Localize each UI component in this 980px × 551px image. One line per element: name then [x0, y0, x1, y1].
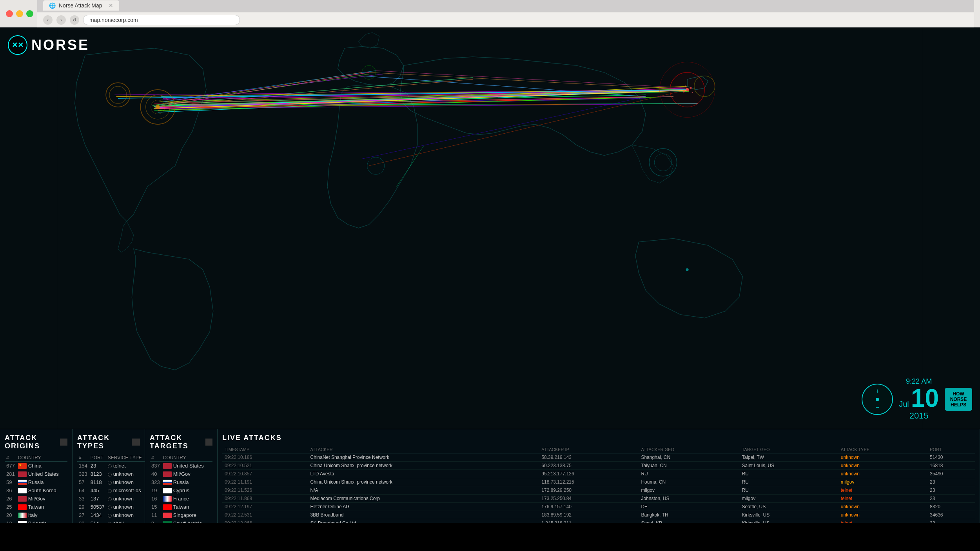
live-attacker: China Unicom Shanxi province network [308, 478, 539, 486]
live-attacker-geo: Taiyuan, CN [639, 462, 739, 470]
map-area[interactable]: ✕✕ NORSE [0, 27, 980, 429]
targets-col-country: COUNTRY [162, 454, 212, 462]
live-attacker-geo: Johnston, US [639, 495, 739, 503]
types-row[interactable]: 29 50537 unknown [77, 503, 145, 511]
svg-point-75 [686, 268, 689, 271]
types-icon [132, 439, 140, 446]
types-service: telnet [106, 462, 145, 470]
forward-button[interactable]: › [56, 15, 66, 25]
flag-icon [18, 521, 27, 523]
types-port: 137 [89, 495, 106, 503]
live-col-port: PORT [927, 446, 975, 453]
types-col-rank: # [77, 454, 89, 462]
live-attack-type: unknown [838, 470, 927, 478]
date-widget: 9:22 AM Jul 10 2015 [899, 377, 939, 421]
back-button[interactable]: ‹ [43, 15, 53, 25]
targets-rank: 40 [150, 470, 162, 478]
flag-icon [18, 463, 27, 469]
live-timestamp: 09:22:11.191 [222, 478, 308, 486]
origins-rank: 59 [5, 478, 16, 486]
origins-row[interactable]: 26 Mil/Gov [5, 495, 67, 503]
types-rank: 33 [77, 495, 89, 503]
origins-row[interactable]: 20 Italy [5, 511, 67, 519]
url-bar[interactable]: map.norsecorp.com [83, 15, 240, 25]
targets-row[interactable]: 323 Russia [150, 478, 212, 486]
types-row[interactable]: 22 514 shell [77, 519, 145, 523]
targets-row[interactable]: 19 Cyprus [150, 486, 212, 495]
live-attacks-row[interactable]: 09:22:11.526 N/A 172.89.29.250 milgov RU… [222, 486, 975, 495]
live-attack-type: unknown [838, 453, 927, 462]
live-attacks-row[interactable]: 09:22:12.866 SK Broadband Co Ltd 1.245.2… [222, 519, 975, 523]
types-row[interactable]: 323 8123 unknown [77, 470, 145, 478]
flag-icon [163, 513, 172, 518]
svg-point-72 [367, 157, 385, 174]
origins-country: South Korea [16, 486, 67, 495]
types-table: # PORT SERVICE TYPE 154 23 telnet 323 81… [77, 454, 145, 523]
attack-types-panel: ATTACK TYPES # PORT SERVICE TYPE 154 23 … [73, 429, 145, 523]
types-service: shell [106, 519, 145, 523]
origins-col-rank: # [5, 454, 16, 462]
targets-row[interactable]: 16 France [150, 495, 212, 503]
service-dot [108, 506, 112, 509]
how-norse-helps-button[interactable]: HOW NORSE HELPS [945, 388, 972, 411]
live-attacker-geo: Bangkok, TH [639, 511, 739, 519]
origins-row[interactable]: 677 China [5, 462, 67, 470]
types-rank: 323 [77, 470, 89, 478]
active-tab[interactable]: 🌐 Norse Attack Map ✕ [43, 0, 119, 11]
svg-point-65 [686, 88, 689, 91]
types-row[interactable]: 27 1434 unknown [77, 511, 145, 519]
tab-close-icon[interactable]: ✕ [109, 2, 113, 9]
bottom-panels: ATTACK ORIGINS # COUNTRY 677 China 281 [0, 429, 980, 523]
types-service: unknown [106, 495, 145, 503]
live-attacks-row[interactable]: 09:22:12.531 3BB Broadband 183.89.59.192… [222, 511, 975, 519]
compass-widget[interactable]: + ● − [862, 384, 893, 415]
live-attacks-row[interactable]: 09:22:10.857 LTD Avesta 95.213.177.126 R… [222, 470, 975, 478]
live-attack-type: telnet [838, 486, 927, 495]
live-port: 23 [927, 519, 975, 523]
types-service: unknown [106, 478, 145, 486]
live-attacks-row[interactable]: 09:22:12.197 Hetzner Online AG 176.9.157… [222, 503, 975, 511]
live-target-geo: Saint Louis, US [740, 462, 838, 470]
types-row[interactable]: 154 23 telnet [77, 462, 145, 470]
maximize-button[interactable] [26, 10, 33, 17]
types-col-service: SERVICE TYPE [106, 454, 145, 462]
live-attacks-row[interactable]: 09:22:10.186 ChinaNet Shanghai Province … [222, 453, 975, 462]
targets-row[interactable]: 40 Mil/Gov [150, 470, 212, 478]
live-ip: 1.245.218.211 [539, 519, 639, 523]
svg-point-71 [362, 65, 376, 79]
origins-country: Taiwan [16, 503, 67, 511]
types-rank: 29 [77, 503, 89, 511]
types-service: unknown [106, 470, 145, 478]
minimize-button[interactable] [16, 10, 23, 17]
origins-row[interactable]: 13 Bulgaria [5, 519, 67, 523]
targets-row[interactable]: 11 Singapore [150, 511, 212, 519]
targets-row[interactable]: 837 United States [150, 462, 212, 470]
origins-row[interactable]: 25 Taiwan [5, 503, 67, 511]
origins-row[interactable]: 59 Russia [5, 478, 67, 486]
targets-row[interactable]: 15 Taiwan [150, 503, 212, 511]
origins-row[interactable]: 36 South Korea [5, 486, 67, 495]
refresh-button[interactable]: ↺ [70, 15, 79, 25]
types-row[interactable]: 33 137 unknown [77, 495, 145, 503]
targets-table: # COUNTRY 837 United States 40 Mil/Gov 3… [150, 454, 212, 523]
targets-row[interactable]: 9 Saudi Arabia [150, 519, 212, 523]
targets-col-rank: # [150, 454, 162, 462]
live-ip: 176.9.157.140 [539, 503, 639, 511]
types-row[interactable]: 57 8118 unknown [77, 478, 145, 486]
targets-rank: 323 [150, 478, 162, 486]
live-ip: 58.39.219.143 [539, 453, 639, 462]
close-button[interactable] [6, 10, 13, 17]
live-attacks-row[interactable]: 09:22:10.521 China Unicom Shanxi provinc… [222, 462, 975, 470]
live-attacks-row[interactable]: 09:22:11.868 Mediacom Communications Cor… [222, 495, 975, 503]
origins-row[interactable]: 281 United States [5, 470, 67, 478]
origins-country: China [16, 462, 67, 470]
live-col-attack-type: ATTACK TYPE [838, 446, 927, 453]
live-attack-type: telnet [838, 495, 927, 503]
types-row[interactable]: 64 445 microsoft-ds [77, 486, 145, 495]
live-attacks-row[interactable]: 09:22:11.191 China Unicom Shanxi provinc… [222, 478, 975, 486]
live-attacker-geo: RU [639, 470, 739, 478]
live-attacker: ChinaNet Shanghai Province Network [308, 453, 539, 462]
svg-point-69 [692, 92, 693, 93]
origins-rank: 36 [5, 486, 16, 495]
live-timestamp: 09:22:12.866 [222, 519, 308, 523]
